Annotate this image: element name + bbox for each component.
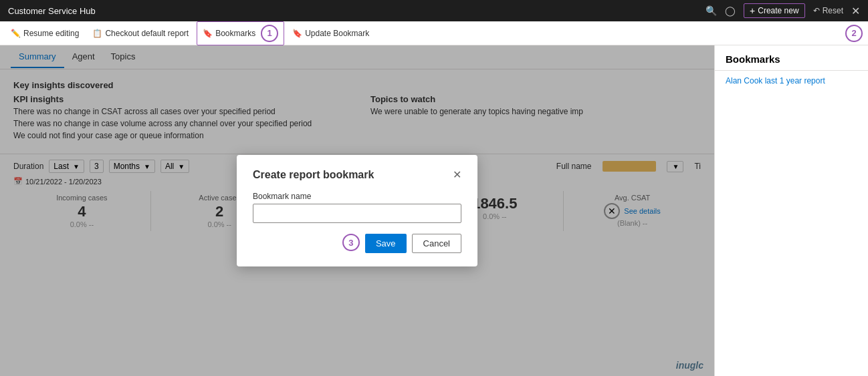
reset-label: Reset — [823, 6, 843, 15]
resume-editing-button[interactable]: ✏️ Resume editing — [5, 26, 84, 41]
user-icon[interactable]: ◯ — [725, 5, 736, 16]
bookmark-icon: 🔖 — [203, 29, 213, 38]
cancel-button[interactable]: Cancel — [412, 234, 461, 253]
top-bar: Customer Service Hub 🔍 ◯ + Create new ↶ … — [0, 0, 868, 21]
content-area: Summary Agent Topics Key insights discov… — [0, 45, 714, 376]
update-bookmark-label: Update Bookmark — [305, 29, 369, 38]
sidebar-bookmark-item[interactable]: Alan Cook last 1 year report — [715, 71, 868, 91]
toolbar: ✏️ Resume editing 📋 Checkout default rep… — [0, 21, 868, 45]
update-bookmark-button[interactable]: 🔖 Update Bookmark — [287, 26, 374, 41]
modal-footer: 3 Save Cancel — [253, 234, 461, 253]
modal-title: Create report bookmark — [253, 169, 374, 181]
field-group: Bookmark name — [253, 192, 461, 223]
top-bar-actions: 🔍 ◯ + Create new ↶ Reset ✕ — [706, 3, 860, 18]
plus-icon: + — [750, 5, 755, 16]
main-layout: Summary Agent Topics Key insights discov… — [0, 45, 868, 376]
modal-header: Create report bookmark ✕ — [253, 168, 461, 181]
reset-button[interactable]: ↶ Reset — [813, 6, 843, 15]
bookmark-name-input[interactable] — [253, 204, 461, 223]
callout-three: 3 — [342, 234, 360, 251]
modal-dialog: Create report bookmark ✕ Bookmark name 3… — [237, 155, 477, 266]
create-new-label: Create new — [758, 6, 798, 15]
modal-backdrop: Create report bookmark ✕ Bookmark name 3… — [0, 45, 714, 376]
pencil-icon: ✏️ — [11, 29, 21, 38]
checkout-label: Checkout default report — [105, 29, 189, 38]
report-icon: 📋 — [92, 29, 102, 38]
create-new-button[interactable]: + Create new — [744, 3, 805, 18]
callout-two: 2 — [845, 25, 863, 42]
close-button[interactable]: ✕ — [851, 5, 860, 17]
search-icon[interactable]: 🔍 — [706, 5, 717, 16]
callout-one: 1 — [261, 25, 278, 42]
sidebar-title: Bookmarks — [715, 45, 868, 71]
field-label: Bookmark name — [253, 192, 461, 201]
checkout-default-report-button[interactable]: 📋 Checkout default report — [87, 26, 194, 41]
save-button[interactable]: Save — [365, 234, 407, 253]
resume-editing-label: Resume editing — [23, 29, 79, 38]
bookmarks-button[interactable]: 🔖 Bookmarks 1 — [197, 21, 284, 45]
sidebar-panel: Bookmarks Alan Cook last 1 year report — [714, 45, 868, 376]
reset-icon: ↶ — [813, 6, 820, 15]
modal-close-button[interactable]: ✕ — [453, 168, 461, 181]
bookmarks-label: Bookmarks — [215, 29, 255, 38]
app-title: Customer Service Hub — [8, 6, 96, 16]
update-icon: 🔖 — [292, 29, 302, 38]
